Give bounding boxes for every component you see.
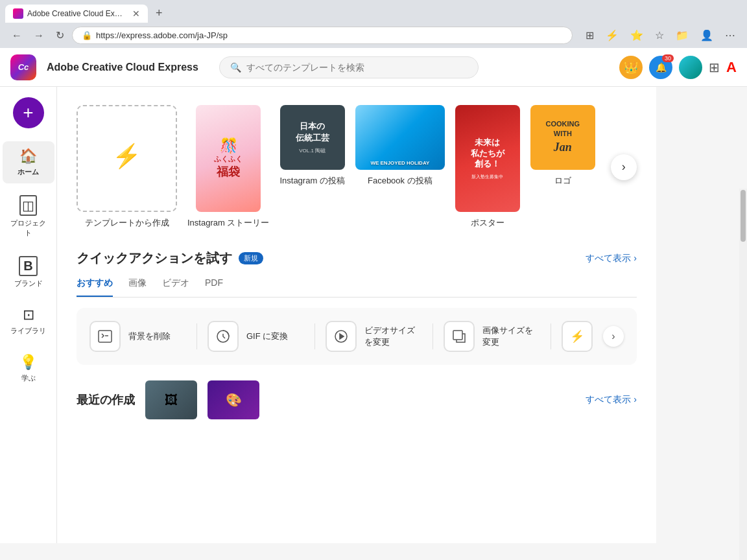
collections-button[interactable]: 📁 [672, 27, 693, 44]
instagram-post-image: 日本の 伝統工芸 VOL.1 陶磁 [280, 105, 345, 170]
tab-image[interactable]: 画像 [128, 277, 147, 297]
remove-bg-label: 背景を削除 [128, 331, 171, 342]
sidebar-projects-label: プロジェクト [8, 218, 49, 238]
new-tab-button[interactable]: + [150, 4, 168, 23]
search-icon: 🔍 [230, 62, 241, 73]
active-tab[interactable]: Adobe Creative Cloud Express ✕ [5, 5, 148, 23]
adobe-logo[interactable]: A [726, 59, 737, 76]
sidebar: + 🏠 ホーム ◫ プロジェクト B ブランド ⊡ ライブラリ 💡 学ぶ [0, 87, 57, 543]
instagram-story-image: 🎊 ふくふく 福袋 [196, 105, 261, 212]
main-content: ⚡ テンプレートから作成 🎊 ふくふく 福袋 Instagram ストーリー [57, 87, 656, 543]
favorites-button[interactable]: ☆ [651, 27, 668, 44]
brand-icon: B [19, 256, 37, 276]
extensions-button[interactable]: ⚡ [602, 27, 622, 44]
divider-1 [196, 323, 197, 349]
image-resize-action[interactable]: 画像サイズを変更 [444, 321, 540, 352]
template-create-card[interactable]: ⚡ テンプレートから作成 [77, 105, 177, 229]
sidebar-item-home[interactable]: 🏠 ホーム [3, 141, 54, 183]
template-create-box[interactable]: ⚡ [77, 105, 177, 212]
main-wrapper: + 🏠 ホーム ◫ プロジェクト B ブランド ⊡ ライブラリ 💡 学ぶ [0, 87, 747, 543]
library-icon: ⊡ [23, 307, 34, 323]
recent-item-1[interactable]: 🖼 [145, 380, 197, 419]
address-bar[interactable]: 🔒 https://express.adobe.com/ja-JP/sp [72, 27, 573, 44]
reload-button[interactable]: ↻ [52, 27, 68, 44]
svg-marker-3 [340, 334, 344, 339]
remove-bg-icon [89, 321, 121, 352]
sidebar-learn-label: 学ぶ [21, 373, 36, 383]
grid-view-button[interactable]: ⊞ [582, 27, 598, 44]
section-header: クイックアクションを試す 新規 すべて表示 › [77, 250, 637, 267]
plus-icon: + [23, 102, 33, 123]
video-resize-icon [326, 321, 357, 352]
app-logo: Cc [10, 54, 36, 80]
instagram-post-card[interactable]: 日本の 伝統工芸 VOL.1 陶磁 Instagram の投稿 [279, 105, 344, 187]
more-icon: ⚡ [570, 329, 584, 344]
home-icon: 🏠 [19, 148, 37, 165]
app-title: Adobe Creative Cloud Express [47, 62, 198, 73]
search-input[interactable] [246, 62, 468, 73]
sidebar-item-library[interactable]: ⊡ ライブラリ [3, 300, 54, 342]
template-section: ⚡ テンプレートから作成 🎊 ふくふく 福袋 Instagram ストーリー [77, 100, 637, 229]
section-title: クイックアクションを試す 新規 [77, 250, 263, 267]
facebook-post-label: Facebook の投稿 [368, 175, 433, 187]
logo-card[interactable]: COOKING WITH Jan ロゴ [530, 105, 595, 187]
quick-actions-title: クイックアクションを試す [77, 250, 232, 267]
sidebar-library-label: ライブラリ [10, 326, 46, 336]
template-create-label: テンプレートから作成 [85, 217, 169, 229]
recent-item-2[interactable]: 🎨 [208, 380, 259, 419]
tab-close-button[interactable]: ✕ [132, 9, 140, 18]
gif-convert-label: GIF に変換 [246, 331, 288, 342]
logo-label: ロゴ [554, 175, 571, 187]
account-button[interactable]: 👤 [696, 27, 717, 44]
projects-icon: ◫ [19, 195, 37, 216]
sidebar-item-learn[interactable]: 💡 学ぶ [3, 347, 54, 390]
instagram-story-card[interactable]: 🎊 ふくふく 福袋 Instagram ストーリー [187, 105, 269, 229]
divider-2 [314, 323, 315, 349]
user-avatar[interactable] [679, 56, 702, 79]
back-button[interactable]: ← [8, 27, 26, 44]
header-actions: 👑 🔔 30 ⊞ A [619, 56, 737, 79]
scrollbar-thumb[interactable] [741, 190, 746, 242]
premium-badge[interactable]: 👑 [619, 56, 643, 79]
image-resize-icon [444, 321, 475, 352]
search-bar[interactable]: 🔍 [219, 56, 479, 78]
divider-3 [433, 323, 433, 349]
more-actions-button[interactable]: ⚡ [562, 321, 593, 352]
sidebar-item-projects[interactable]: ◫ プロジェクト [3, 189, 54, 244]
grid-icon[interactable]: ⊞ [709, 60, 720, 75]
remove-bg-action[interactable]: 背景を削除 [89, 321, 186, 352]
sidebar-home-label: ホーム [18, 167, 39, 177]
profile-button[interactable]: ⭐ [626, 27, 647, 44]
app-header: Cc Adobe Creative Cloud Express 🔍 👑 🔔 30… [0, 48, 747, 87]
browser-controls: ← → ↻ 🔒 https://express.adobe.com/ja-JP/… [0, 23, 747, 48]
browser-action-buttons: ⊞ ⚡ ⭐ ☆ 📁 👤 ⋯ [582, 27, 739, 44]
create-button[interactable]: + [13, 97, 44, 128]
more-button[interactable]: ⋯ [721, 27, 739, 44]
gif-icon [208, 321, 239, 352]
forward-button[interactable]: → [30, 27, 48, 44]
tab-pdf[interactable]: PDF [205, 277, 223, 297]
svg-rect-0 [99, 331, 112, 342]
quick-actions-section: クイックアクションを試す 新規 すべて表示 › おすすめ 画像 ビデオ PDF [77, 250, 637, 365]
video-resize-label: ビデオサイズを変更 [364, 325, 422, 348]
url-display: https://express.adobe.com/ja-JP/sp [96, 30, 563, 40]
quick-actions-container: 背景を削除 GIF に変換 [77, 308, 637, 365]
sidebar-item-brand[interactable]: B ブランド [3, 250, 54, 295]
quick-action-next[interactable]: › [603, 326, 624, 347]
facebook-post-card[interactable]: WE ENJOYED HOLIDAY Facebook の投稿 [355, 105, 445, 187]
carousel-next-button[interactable]: › [611, 154, 637, 180]
tab-favicon [13, 8, 23, 19]
tab-recommended[interactable]: おすすめ [77, 277, 113, 297]
video-resize-action[interactable]: ビデオサイズを変更 [326, 321, 422, 352]
crown-icon: 👑 [624, 60, 638, 75]
quick-actions-see-all[interactable]: すべて表示 › [586, 253, 637, 264]
poster-label: ポスター [471, 217, 504, 229]
logo-image: COOKING WITH Jan [530, 105, 595, 170]
recent-see-all[interactable]: すべて表示 › [586, 394, 637, 406]
tab-video[interactable]: ビデオ [162, 277, 189, 297]
scrollbar[interactable] [739, 189, 747, 560]
poster-card[interactable]: 未来は 私たちが 創る！ 新入塾生募集中 ポスター [455, 105, 520, 229]
notification-bell[interactable]: 🔔 30 [649, 56, 672, 79]
gif-convert-action[interactable]: GIF に変換 [208, 321, 304, 352]
recent-section: 最近の作成 🖼 🎨 すべて表示 › [77, 380, 637, 419]
